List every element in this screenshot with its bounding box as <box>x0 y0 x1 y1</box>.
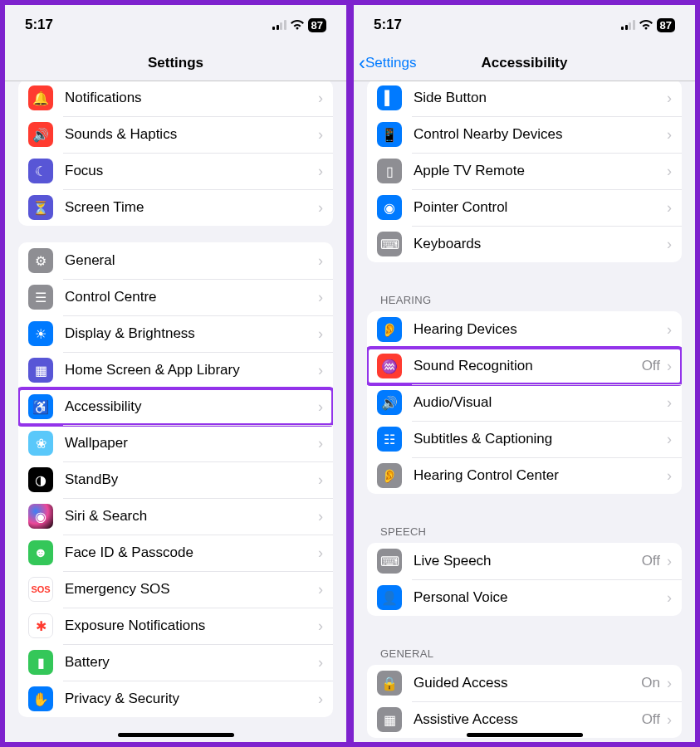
clock-square-icon: ◑ <box>28 467 53 492</box>
speaker-icon: 🔊 <box>28 122 53 147</box>
row-home-screen-app-library[interactable]: ▦Home Screen & App Library› <box>18 352 333 388</box>
row-hearing-control-center[interactable]: 👂Hearing Control Center› <box>367 457 682 494</box>
row-apple-tv-remote[interactable]: ▯Apple TV Remote› <box>367 153 682 189</box>
exposure-icon: ✱ <box>28 613 53 638</box>
chevron-right-icon: › <box>667 90 672 107</box>
row-label: Control Nearby Devices <box>414 126 667 143</box>
row-label: Keyboards <box>414 236 667 252</box>
row-subtitles-captioning[interactable]: ☷Subtitles & Captioning› <box>367 421 682 457</box>
siri-icon: ◉ <box>28 504 53 529</box>
row-label: Side Button <box>414 90 667 106</box>
row-battery[interactable]: ▮Battery› <box>18 644 333 681</box>
row-label: General <box>65 252 318 269</box>
row-notifications[interactable]: 🔔Notifications› <box>18 81 333 116</box>
row-general[interactable]: ⚙General› <box>18 242 333 279</box>
row-label: Face ID & Passcode <box>65 544 318 561</box>
status-bar: 5:17 87 <box>5 5 346 45</box>
row-side-button[interactable]: ▌Side Button› <box>367 81 682 116</box>
row-focus[interactable]: ☾Focus› <box>18 153 333 189</box>
row-sounds-haptics[interactable]: 🔊Sounds & Haptics› <box>18 116 333 153</box>
row-exposure-notifications[interactable]: ✱Exposure Notifications› <box>18 608 333 644</box>
pointer-icon: ◉ <box>377 195 402 220</box>
chevron-right-icon: › <box>667 394 672 412</box>
status-icons: 87 <box>272 18 326 32</box>
chevron-right-icon: › <box>667 126 672 144</box>
row-live-speech[interactable]: ⌨Live SpeechOff› <box>367 543 682 579</box>
row-label: Privacy & Security <box>65 691 318 707</box>
moon-icon: ☾ <box>28 159 53 183</box>
nav-bar: Settings <box>5 45 346 81</box>
cellular-signal-icon <box>272 20 286 30</box>
row-guided-access[interactable]: 🔒Guided AccessOn› <box>367 665 682 701</box>
row-value: Off <box>642 358 660 374</box>
switches-icon: ☰ <box>28 285 53 310</box>
home-indicator[interactable] <box>118 733 234 737</box>
phone-settings: 5:17 87 Settings 🔔Notifications›🔊Sounds … <box>2 2 349 745</box>
chevron-right-icon: › <box>667 236 672 253</box>
chevron-right-icon: › <box>318 289 323 306</box>
row-emergency-sos[interactable]: SOSEmergency SOS› <box>18 571 333 608</box>
row-audio-visual[interactable]: 🔊Audio/Visual› <box>367 384 682 421</box>
hourglass-icon: ⏳ <box>28 195 53 220</box>
home-indicator[interactable] <box>467 733 583 737</box>
row-label: Assistive Access <box>414 711 642 728</box>
row-label: Wallpaper <box>65 435 318 452</box>
status-bar: 5:17 87 <box>354 5 695 45</box>
row-label: Pointer Control <box>414 199 667 216</box>
status-time: 5:17 <box>25 17 53 33</box>
nav-bar: ‹ Settings Accessibility <box>354 45 695 81</box>
row-screen-time[interactable]: ⏳Screen Time› <box>18 189 333 226</box>
row-hearing-devices[interactable]: 👂Hearing Devices› <box>367 311 682 348</box>
row-accessibility[interactable]: ♿Accessibility› <box>18 388 333 425</box>
chevron-right-icon: › <box>667 163 672 180</box>
battery-icon: 87 <box>308 18 326 32</box>
row-display-brightness[interactable]: ☀Display & Brightness› <box>18 315 333 352</box>
row-label: Notifications <box>65 90 318 106</box>
keyboard-icon: ⌨ <box>377 232 402 256</box>
row-siri-search[interactable]: ◉Siri & Search› <box>18 498 333 535</box>
chevron-right-icon: › <box>667 358 672 375</box>
back-button[interactable]: ‹ Settings <box>359 53 416 73</box>
wifi-icon <box>290 18 305 32</box>
chevron-right-icon: › <box>318 654 323 671</box>
row-label: Battery <box>65 654 318 671</box>
row-standby[interactable]: ◑StandBy› <box>18 461 333 498</box>
row-label: Exposure Notifications <box>65 618 318 634</box>
row-control-centre[interactable]: ☰Control Centre› <box>18 279 333 315</box>
grid-icon: ▦ <box>28 358 53 383</box>
chevron-right-icon: › <box>318 581 323 598</box>
ear-control-icon: 👂 <box>377 463 402 488</box>
row-sound-recognition[interactable]: ♒Sound RecognitionOff› <box>367 348 682 384</box>
row-label: Focus <box>65 163 318 179</box>
row-value: On <box>641 675 660 691</box>
page-title: Accessibility <box>482 55 568 71</box>
accessibility-list[interactable]: ▌Side Button›📱Control Nearby Devices›▯Ap… <box>354 81 695 742</box>
keyboard-speech-icon: ⌨ <box>377 549 402 574</box>
row-label: Control Centre <box>65 289 318 305</box>
chevron-right-icon: › <box>318 90 323 107</box>
chevron-right-icon: › <box>318 126 323 144</box>
lock-icon: 🔒 <box>377 671 402 696</box>
row-value: Off <box>642 711 660 728</box>
chevron-left-icon: ‹ <box>359 53 365 73</box>
chevron-right-icon: › <box>318 618 323 635</box>
row-label: Home Screen & App Library <box>65 362 318 378</box>
row-keyboards[interactable]: ⌨Keyboards› <box>367 226 682 262</box>
row-label: Apple TV Remote <box>414 163 667 179</box>
section-header-general: GENERAL <box>354 632 695 665</box>
person-voice-icon: 👤 <box>377 585 402 610</box>
battery-icon: 87 <box>657 18 675 32</box>
row-wallpaper[interactable]: ❀Wallpaper› <box>18 425 333 461</box>
row-privacy-security[interactable]: ✋Privacy & Security› <box>18 681 333 717</box>
chevron-right-icon: › <box>667 675 672 692</box>
chevron-right-icon: › <box>318 362 323 379</box>
row-label: Hearing Devices <box>414 321 667 338</box>
row-personal-voice[interactable]: 👤Personal Voice› <box>367 579 682 616</box>
ear-icon: 👂 <box>377 317 402 342</box>
settings-list[interactable]: 🔔Notifications›🔊Sounds & Haptics›☾Focus›… <box>5 81 346 742</box>
row-label: Siri & Search <box>65 508 318 525</box>
row-control-nearby-devices[interactable]: 📱Control Nearby Devices› <box>367 116 682 153</box>
chevron-right-icon: › <box>318 163 323 180</box>
row-pointer-control[interactable]: ◉Pointer Control› <box>367 189 682 226</box>
row-face-id-passcode[interactable]: ☻Face ID & Passcode› <box>18 535 333 571</box>
